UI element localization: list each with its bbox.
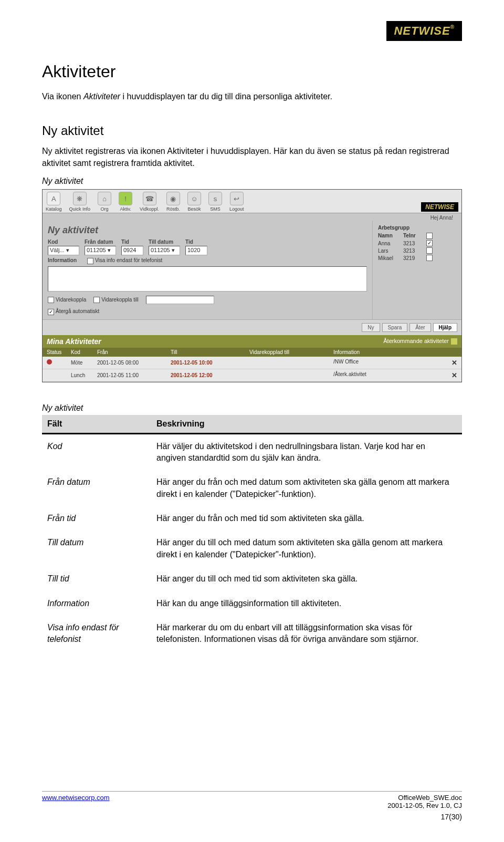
field-name: Kod [42,433,151,470]
field-name: Från tid [42,506,151,531]
mina-aktiviteter-bar: Mina Aktiviteter Återkommande aktivitete… [43,335,461,348]
mina-recur[interactable]: Återkommande aktiviteter [383,338,449,344]
toolbar: AKatalog ❋Quick Info ⌂Org !Aktiv. ☎Vidko… [43,190,461,213]
toolbar-sms[interactable]: sSMS [208,192,222,212]
toolbar-rostb[interactable]: ◉Röstb. [166,192,180,212]
kod-value: Välj... [50,247,65,253]
field-name: Från datum [42,470,151,506]
toolbar-logout[interactable]: ↩Logout [229,192,244,212]
toolbar-quickinfo[interactable]: ❋Quick Info [69,192,91,212]
forward-icon: ☎ [143,192,156,205]
kod-select[interactable]: Välj... ▾ [48,246,79,255]
ag-head-tel: Telnr [403,233,424,239]
field-desc: Här anger du till och med datum som akti… [151,531,462,567]
mh-status: Status [47,349,71,355]
table-row: Från tidHär anger du från och med tid so… [42,506,462,531]
toolbar-label: Katalog [46,206,62,212]
toolbar-aktiv[interactable]: !Aktiv. [119,192,132,212]
greeting: Hej Anna! [430,215,453,221]
vkt-label: Vidarekoppla till [101,297,138,303]
button-row: Ny Spara Åter Hjälp [43,319,461,335]
toolbar-label: Vidkoppl. [140,206,159,212]
heading-ny-aktivitet: Ny aktivitet [42,123,462,138]
field-desc: Här väljer du aktivitetskod i den nedrul… [151,433,462,470]
page-footer: www.netwisecorp.com OfficeWeb_SWE.doc 20… [42,791,462,821]
ag-name: Lars [378,248,401,254]
app-screenshot: AKatalog ❋Quick Info ⌂Org !Aktiv. ☎Vidko… [42,189,462,382]
toolbar-label: Röstb. [166,206,180,212]
ag-row: Lars 3213 [378,247,456,254]
toolbar-label: Quick Info [69,206,91,212]
screenshot-caption: Ny aktivitet [42,176,462,186]
brand-text: NETWISE [394,24,450,37]
till-tid-input[interactable]: 1020 [185,246,207,255]
information-textarea[interactable] [48,266,367,292]
ater-button[interactable]: Åter [410,323,430,332]
visa-info-checkbox[interactable] [87,258,93,264]
ag-check[interactable] [426,255,433,261]
field-desc: Här anger du från och med datum som akti… [151,470,462,506]
field-desc: Här anger du till och med tid som aktivi… [151,567,462,591]
intro-paragraph: Via ikonen Aktiviteter i huvuddisplayen … [42,91,462,102]
vidarekoppla-checkbox[interactable] [48,297,54,303]
fran-datum-input[interactable]: 011205 ▾ [85,246,116,255]
mina-till: 2001-12-05 12:00 [171,372,249,378]
field-description-table: Fält Beskrivning KodHär väljer du aktivi… [42,415,462,652]
kod-label: Kod [48,239,79,245]
ag-check[interactable] [426,240,433,246]
till-datum-input[interactable]: 011205 ▾ [149,246,180,255]
ag-check[interactable] [426,247,433,254]
spara-button[interactable]: Spara [382,323,408,332]
th-field: Fält [42,415,151,434]
table-caption: Ny aktivitet [42,403,462,413]
brand-logo: NETWISE® [386,21,462,41]
ag-head-check[interactable] [426,233,433,239]
info-label: Information [48,257,77,263]
mh-fran: Från [97,349,171,355]
mina-row: Möte 2001-12-05 08:00 2001-12-05 10:00 /… [43,357,461,369]
toolbar-besok[interactable]: ☺Besök [187,192,201,212]
ny-button[interactable]: Ny [362,323,380,332]
arbetsgrupp-title: Arbetsgrupp [378,225,456,231]
toolbar-org[interactable]: ⌂Org [98,192,111,212]
toolbar-label: Besök [187,206,201,212]
para2-pre: Ny aktivitet registreras via ikonen [42,147,167,155]
mh-till: Till [171,349,249,355]
fran-tid-label: Tid [121,239,143,245]
recur-icon [451,338,457,345]
intro-em: Aktiviteter [83,92,120,101]
delete-icon[interactable]: ✕ [452,359,457,367]
fran-datum-value: 011205 [87,247,106,253]
footer-doc: OfficeWeb_SWE.doc [387,794,462,802]
toolbar-vidkoppl[interactable]: ☎Vidkoppl. [140,192,159,212]
vidarekoppla-till-input[interactable] [146,296,214,304]
para-ny-aktivitet: Ny aktivitet registreras via ikonen Akti… [42,145,462,169]
mina-kod: Lunch [71,372,97,378]
mina-row: Lunch 2001-12-05 11:00 2001-12-05 12:00 … [43,369,461,382]
fran-tid-input[interactable]: 0924 [121,246,143,255]
field-desc: Här anger du från och med tid som aktivi… [151,506,462,531]
toolbar-label: Logout [229,206,244,212]
vidarekoppla-till-checkbox[interactable] [93,297,100,303]
vk-label: Vidarekoppla [56,297,86,303]
delete-icon[interactable]: ✕ [452,371,457,379]
ag-row: Anna 3213 [378,240,456,246]
toolbar-katalog[interactable]: AKatalog [46,192,62,212]
table-row: KodHär väljer du aktivitetskod i den ned… [42,433,462,470]
field-name: Visa info endast för telefonist [42,616,151,652]
fran-datum-label: Från datum [85,239,116,245]
mina-fran: 2001-12-05 11:00 [97,372,171,378]
till-tid-label: Tid [185,239,207,245]
mina-kod: Möte [71,360,97,366]
visit-icon: ☺ [187,192,201,205]
hjalp-button[interactable]: Hjälp [433,323,457,332]
field-name: Till tid [42,567,151,591]
aterga-checkbox[interactable] [48,309,54,315]
voicemail-icon: ◉ [166,192,180,205]
footer-url[interactable]: www.netwisecorp.com [42,794,110,802]
toolbar-label: Aktiv. [120,206,131,212]
visa-info-label: Visa info endast för telefonist [95,257,162,263]
table-row: InformationHär kan du ange tilläggsinfor… [42,591,462,616]
status-dot-icon [47,359,52,365]
activity-icon: ! [119,192,132,205]
